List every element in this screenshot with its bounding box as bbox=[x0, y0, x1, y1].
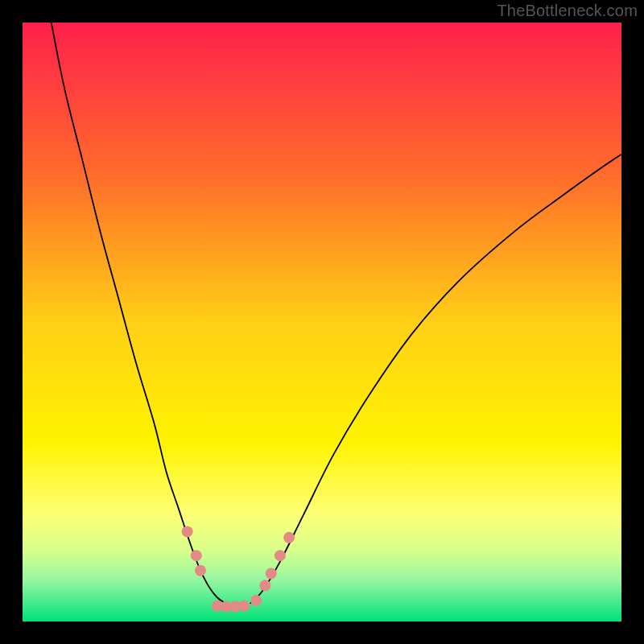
chart-frame: TheBottleneck.com bbox=[0, 0, 644, 644]
marker-dot bbox=[283, 532, 295, 543]
marker-dot bbox=[182, 526, 193, 537]
background-gradient bbox=[23, 23, 621, 621]
attribution-label: TheBottleneck.com bbox=[497, 2, 638, 20]
marker-dot bbox=[259, 580, 270, 591]
plot-area bbox=[23, 23, 621, 621]
marker-dot bbox=[238, 601, 250, 612]
chart-svg bbox=[23, 23, 621, 621]
marker-dot bbox=[191, 550, 202, 561]
marker-dot bbox=[250, 595, 262, 606]
marker-dot bbox=[266, 568, 277, 579]
marker-dot bbox=[195, 565, 206, 576]
marker-dot bbox=[275, 550, 286, 561]
